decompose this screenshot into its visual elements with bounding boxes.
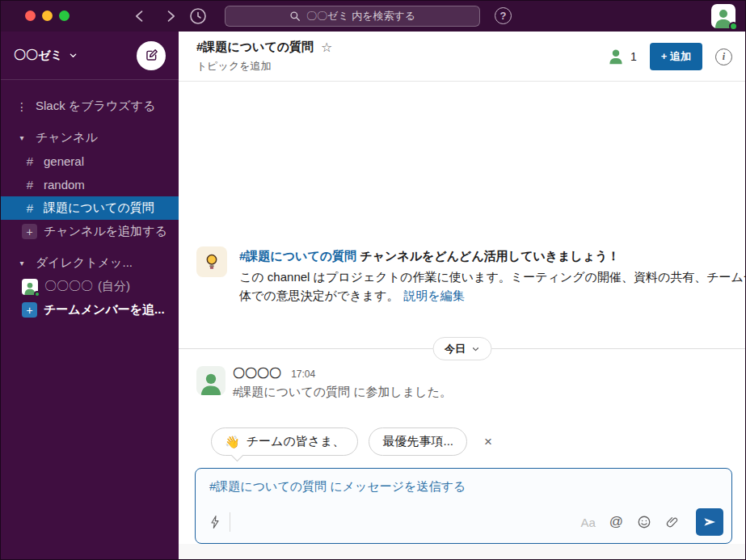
presence-dot	[729, 22, 738, 31]
message-author[interactable]: 〇〇〇〇	[233, 366, 281, 380]
bottom-strip	[179, 544, 745, 559]
person-icon	[199, 371, 223, 395]
channel-name: 課題についての質問	[44, 200, 154, 216]
composer-actions: Aa @	[580, 508, 723, 536]
dm-user-suffix: (自分)	[98, 279, 130, 294]
message-timestamp[interactable]: 17:04	[291, 368, 315, 380]
message-avatar[interactable]	[196, 366, 225, 395]
help-button[interactable]: ?	[495, 7, 512, 24]
add-channel-label: チャンネルを追加する	[44, 224, 167, 239]
search-input[interactable]: 〇〇ゼミ 内を検索する	[225, 6, 480, 27]
send-button[interactable]	[696, 508, 723, 536]
channel-details-button[interactable]: i	[715, 48, 732, 65]
message-content: 〇〇〇〇 17:04 #課題についての質問 に参加しました。	[233, 366, 452, 400]
member-count-value: 1	[630, 50, 637, 63]
edit-description-link[interactable]: 説明を編集	[403, 288, 464, 302]
dm-section-header[interactable]: ▾ ダイレクトメッ...	[1, 251, 179, 275]
workspace-switcher[interactable]: 〇〇ゼミ	[14, 48, 78, 63]
add-member-button[interactable]: + 追加	[650, 43, 702, 70]
dm-section-label: ダイレクトメッ...	[36, 255, 133, 271]
welcome-title-rest: チャンネルをどんどん活用していきましょう！	[356, 249, 620, 263]
format-button[interactable]: Aa	[580, 516, 595, 529]
channel-title-text: #課題についての質問	[196, 40, 314, 55]
history-back-button[interactable]	[130, 6, 150, 26]
search-icon	[289, 11, 301, 22]
info-icon: i	[723, 51, 725, 63]
sidebar-item-channel-random[interactable]: # random	[1, 173, 179, 196]
welcome-text: #課題についての質問 チャンネルをどんどん活用していきましょう！ この chan…	[239, 246, 746, 305]
date-label: 今日	[445, 342, 466, 356]
suggested-reply-greeting[interactable]: 👋 チームの皆さま、	[211, 427, 358, 456]
suggested-reply-label: 最優先事項...	[382, 434, 453, 449]
lightbulb-icon	[203, 252, 221, 272]
window-titlebar: 〇〇ゼミ 内を検索する ?	[1, 1, 745, 32]
collapse-triangle-icon: ▾	[15, 133, 28, 142]
paperclip-icon	[665, 515, 679, 529]
sidebar-item-channel-questions[interactable]: # 課題についての質問	[1, 196, 179, 220]
message-text: #課題についての質問 に参加しました。	[233, 385, 452, 400]
collapse-triangle-icon: ▾	[15, 259, 28, 267]
welcome-body-text: この channel はプロジェクトの作業に使います。ミーティングの開催、資料の…	[239, 270, 746, 302]
chevron-down-icon	[69, 51, 78, 60]
smiley-icon	[637, 515, 651, 529]
close-icon: ×	[484, 434, 492, 449]
arrow-left-icon	[132, 8, 148, 24]
shortcuts-button[interactable]	[209, 515, 221, 529]
clock-icon	[188, 6, 208, 26]
suggested-reply-priorities[interactable]: 最優先事項...	[369, 427, 467, 456]
welcome-channel-link[interactable]: #課題についての質問	[239, 249, 356, 263]
user-avatar[interactable]	[711, 4, 735, 28]
lightning-icon	[209, 515, 221, 529]
message-input[interactable]: #課題についての質問 にメッセージを送信する Aa @	[195, 468, 732, 544]
channel-name: general	[44, 154, 84, 168]
dismiss-suggestions-button[interactable]: ×	[484, 435, 492, 448]
channels-section-header[interactable]: ▾ チャンネル	[1, 126, 179, 149]
workspace-name: 〇〇ゼミ	[14, 48, 63, 63]
channel-header-actions: 1 + 追加 i	[607, 32, 732, 82]
history-clock-button[interactable]	[188, 6, 208, 26]
add-channel-button[interactable]: + チャンネルを追加する	[1, 220, 179, 243]
dm-user-name: 〇〇〇〇	[44, 279, 93, 294]
new-message-button[interactable]	[137, 41, 166, 70]
zoom-window-button[interactable]	[59, 11, 70, 21]
add-teammates-button[interactable]: + チームメンバーを追...	[1, 298, 179, 322]
presence-dot	[34, 291, 40, 297]
toolbar-divider	[230, 512, 230, 532]
channel-name: random	[44, 178, 85, 192]
minimize-window-button[interactable]	[42, 11, 53, 21]
lightbulb-badge	[196, 246, 227, 277]
add-teammates-label: チームメンバーを追...	[44, 302, 165, 318]
star-icon[interactable]: ☆	[321, 40, 332, 55]
emoji-button[interactable]	[637, 515, 651, 529]
suggested-replies: 👋 チームの皆さま、 最優先事項... ×	[211, 427, 492, 456]
sidebar-nav: ⋮ Slack をブラウズする ▾ チャンネル # general # rand…	[1, 80, 179, 322]
close-window-button[interactable]	[25, 11, 36, 21]
traffic-lights	[25, 11, 70, 21]
welcome-title: #課題についての質問 チャンネルをどんどん活用していきましょう！	[239, 246, 746, 265]
question-mark-icon: ?	[500, 10, 507, 22]
sidebar-item-browse-slack[interactable]: ⋮ Slack をブラウズする	[1, 95, 179, 118]
more-dots-icon: ⋮	[15, 100, 28, 113]
compose-icon	[144, 48, 159, 63]
wave-emoji-icon: 👋	[225, 435, 240, 449]
history-forward-button[interactable]	[161, 6, 180, 26]
composer-placeholder: #課題についての質問 にメッセージを送信する	[209, 479, 466, 495]
channel-pane: #課題についての質問 ☆ トピックを追加 1 + 追加 i	[179, 32, 745, 559]
mention-icon: @	[609, 514, 623, 530]
workspace-header: 〇〇ゼミ	[1, 32, 179, 80]
date-pill-button[interactable]: 今日	[432, 337, 491, 360]
plus-icon: +	[22, 302, 37, 318]
dm-avatar	[22, 279, 38, 295]
mention-button[interactable]: @	[609, 514, 623, 530]
channel-header: #課題についての質問 ☆ トピックを追加 1 + 追加 i	[179, 32, 745, 82]
suggested-reply-label: チームの皆さま、	[247, 434, 345, 449]
sidebar-item-dm-self[interactable]: 〇〇〇〇 (自分)	[1, 275, 179, 298]
attach-file-button[interactable]	[665, 515, 679, 529]
sidebar-item-channel-general[interactable]: # general	[1, 149, 179, 173]
member-count-button[interactable]: 1	[607, 48, 637, 65]
message-head: 〇〇〇〇 17:04	[233, 366, 452, 381]
format-icon: Aa	[580, 516, 595, 529]
welcome-body: この channel はプロジェクトの作業に使います。ミーティングの開催、資料の…	[239, 267, 746, 305]
arrow-right-icon	[162, 8, 179, 24]
chevron-down-icon	[471, 345, 479, 353]
